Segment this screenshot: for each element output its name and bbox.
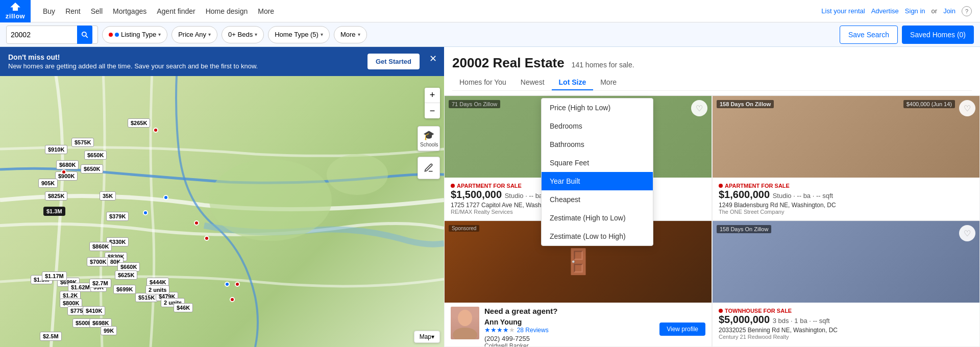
sort-option-price-high-low[interactable]: Price (High to Low) bbox=[542, 98, 653, 117]
schools-label: Schools bbox=[420, 142, 438, 147]
beds-label: 0+ Beds bbox=[228, 31, 253, 38]
view-profile-button[interactable]: View profile bbox=[659, 323, 705, 336]
status-dot-icon bbox=[719, 309, 723, 313]
listing-type-filter[interactable]: Listing Type ▾ bbox=[102, 26, 167, 43]
chevron-down-icon: ▾ bbox=[255, 32, 257, 37]
draw-button[interactable] bbox=[418, 157, 440, 179]
price-marker[interactable]: $1.17M bbox=[42, 271, 67, 281]
svg-point-0 bbox=[82, 32, 86, 36]
zoom-out-button[interactable]: − bbox=[425, 103, 440, 118]
tab-newest[interactable]: Newest bbox=[513, 75, 552, 90]
listing-address: 20332025 Benning Rd NE, Washington, DC bbox=[719, 327, 973, 334]
listing-card[interactable]: 158 Days On Zillow ♡ TOWNHOUSE FOR SALE … bbox=[712, 220, 980, 347]
price-marker[interactable]: 905K bbox=[38, 179, 58, 188]
price-marker[interactable]: $900K bbox=[55, 171, 78, 181]
favorite-button[interactable]: ♡ bbox=[959, 225, 975, 241]
price-badge: $400,000 (Jun 14) bbox=[903, 100, 955, 108]
price-marker[interactable]: $410K bbox=[83, 306, 105, 315]
price-marker[interactable]: 35K bbox=[100, 191, 116, 201]
dot-marker[interactable] bbox=[143, 210, 148, 215]
get-started-button[interactable]: Get Started bbox=[368, 54, 420, 69]
dot-marker[interactable] bbox=[230, 297, 235, 302]
svg-point-4 bbox=[458, 310, 472, 326]
nav-agent-finder[interactable]: Agent finder bbox=[157, 7, 195, 15]
listing-card[interactable]: 158 Days On Zillow $400,000 (Jun 14) ♡ A… bbox=[712, 95, 980, 220]
price-marker[interactable]: $1.3M bbox=[43, 207, 65, 216]
close-alert-button[interactable]: ✕ bbox=[429, 53, 437, 64]
homes-count: 141 homes for sale. bbox=[572, 61, 634, 69]
sort-option-zestimate-low-high[interactable]: Zestimate (Low to High) bbox=[542, 227, 653, 245]
zoom-in-button[interactable]: + bbox=[425, 88, 440, 103]
price-marker[interactable]: $699K bbox=[113, 285, 136, 294]
sort-option-bathrooms[interactable]: Bathrooms bbox=[542, 135, 653, 154]
price-marker[interactable]: $625K bbox=[115, 270, 137, 280]
favorite-button[interactable]: ♡ bbox=[959, 100, 975, 116]
unit-marker[interactable]: 2 units bbox=[145, 285, 169, 294]
agent-phone[interactable]: (202) 499-7255 bbox=[484, 335, 654, 342]
tab-lot-size[interactable]: Lot Size bbox=[552, 75, 594, 90]
dot-marker[interactable] bbox=[153, 128, 158, 133]
price-filter[interactable]: Price Any ▾ bbox=[172, 26, 217, 43]
help-icon[interactable]: ? bbox=[962, 6, 972, 16]
schools-button[interactable]: 🎓 Schools bbox=[418, 126, 440, 151]
sort-option-sqft[interactable]: Square Feet bbox=[542, 154, 653, 172]
sign-in-link[interactable]: Sign in bbox=[905, 7, 925, 15]
nav-mortgages[interactable]: Mortgages bbox=[113, 7, 146, 15]
join-link[interactable]: Join bbox=[943, 7, 955, 15]
price-marker[interactable]: $46K bbox=[174, 303, 193, 312]
agent-name: Ann Young bbox=[484, 318, 654, 326]
price-marker[interactable]: $680K bbox=[56, 160, 79, 169]
zillow-logo[interactable]: zillow bbox=[0, 0, 31, 22]
sort-option-year-built[interactable]: Year Built bbox=[542, 172, 653, 190]
nav-more[interactable]: More bbox=[258, 7, 274, 15]
favorite-button[interactable]: ♡ bbox=[691, 100, 707, 116]
search-button[interactable] bbox=[77, 26, 92, 44]
nav-buy[interactable]: Buy bbox=[43, 7, 55, 15]
dot-marker[interactable] bbox=[194, 220, 199, 226]
agent-info: Need a great agent? Ann Young ★★★★★ 28 R… bbox=[484, 307, 654, 347]
price-value: $1,500,000 bbox=[451, 189, 502, 200]
listing-status: TOWNHOUSE FOR SALE bbox=[719, 308, 973, 314]
home-type-filter[interactable]: Home Type (5) ▾ bbox=[268, 26, 330, 43]
price-marker[interactable]: $379K bbox=[106, 212, 129, 221]
price-marker[interactable]: $700K bbox=[87, 257, 109, 266]
price-marker[interactable]: $575K bbox=[71, 138, 94, 147]
price-marker[interactable]: $825K bbox=[45, 191, 67, 201]
list-rental-link[interactable]: List your rental bbox=[821, 7, 865, 15]
listing-specs: Studio · -- ba · -- sqft bbox=[773, 192, 834, 200]
listing-status: APARTMENT FOR SALE bbox=[719, 183, 973, 189]
sort-option-cheapest[interactable]: Cheapest bbox=[542, 190, 653, 209]
dot-marker[interactable] bbox=[61, 169, 66, 175]
saved-homes-button[interactable]: Saved Homes (0) bbox=[902, 26, 974, 44]
nav-rent[interactable]: Rent bbox=[65, 7, 81, 15]
dot-marker[interactable] bbox=[163, 195, 168, 200]
tab-more[interactable]: More bbox=[593, 75, 624, 90]
save-search-button[interactable]: Save Search bbox=[840, 26, 898, 44]
chevron-down-icon: ▾ bbox=[321, 32, 323, 37]
nav-home-design[interactable]: Home design bbox=[206, 7, 248, 15]
dot-marker[interactable] bbox=[204, 236, 209, 241]
sort-option-bedrooms[interactable]: Bedrooms bbox=[542, 117, 653, 135]
price-marker[interactable]: $910K bbox=[45, 145, 67, 154]
beds-filter[interactable]: 0+ Beds ▾ bbox=[222, 26, 264, 43]
dot-marker[interactable] bbox=[225, 282, 230, 287]
listing-image: 158 Days On Zillow $400,000 (Jun 14) ♡ bbox=[713, 96, 979, 178]
search-input[interactable] bbox=[11, 31, 77, 39]
price-marker[interactable]: $265K bbox=[128, 118, 150, 128]
price-marker[interactable]: 99K bbox=[101, 326, 117, 335]
listing-type-label: Listing Type bbox=[121, 31, 156, 38]
agent-reviews[interactable]: 28 Reviews bbox=[517, 327, 549, 334]
price-marker[interactable]: $2.7M bbox=[89, 279, 111, 288]
tab-homes-for-you[interactable]: Homes for You bbox=[452, 75, 513, 90]
more-filter[interactable]: More ▾ bbox=[334, 26, 367, 43]
map-view-button[interactable]: Map▾ bbox=[414, 331, 440, 343]
price-marker[interactable]: $650K bbox=[81, 164, 103, 174]
price-marker[interactable]: $650K bbox=[84, 151, 107, 160]
price-marker[interactable]: $860K bbox=[89, 242, 112, 251]
sort-option-zestimate-high-low[interactable]: Zestimate (High to Low) bbox=[542, 209, 653, 227]
price-marker[interactable]: $2.5M bbox=[40, 332, 62, 341]
advertise-link[interactable]: Advertise bbox=[871, 7, 899, 15]
nav-sell[interactable]: Sell bbox=[91, 7, 103, 15]
dot-marker[interactable] bbox=[235, 282, 240, 287]
map-area[interactable]: Don't miss out! New homes are getting ad… bbox=[0, 47, 444, 347]
